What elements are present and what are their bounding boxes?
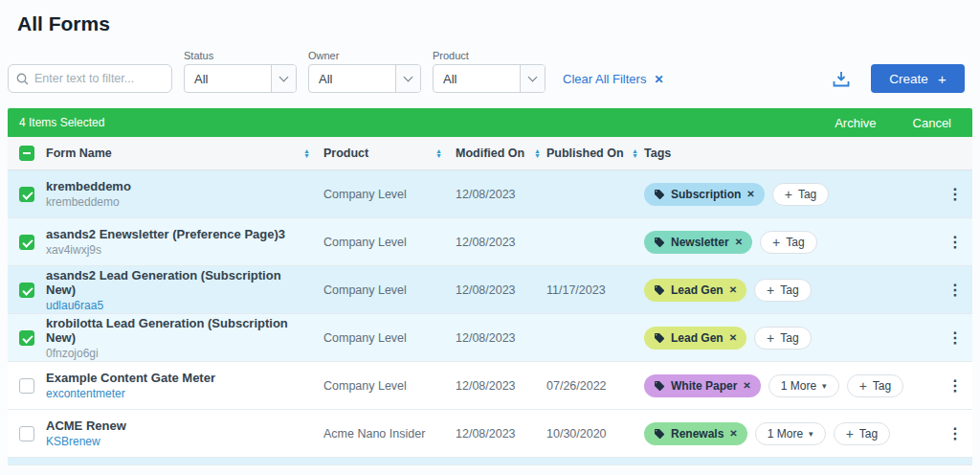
column-header-tags: Tags bbox=[644, 147, 938, 160]
page-title: All Forms bbox=[17, 11, 980, 36]
product-cell: Company Level bbox=[323, 283, 456, 297]
add-tag-button[interactable]: +Tag bbox=[754, 279, 812, 302]
row-checkbox[interactable] bbox=[19, 330, 34, 346]
status-filter-label: Status bbox=[184, 50, 297, 61]
row-menu-button[interactable]: ⋮ bbox=[947, 233, 963, 251]
plus-icon: + bbox=[859, 378, 867, 394]
tag-icon bbox=[654, 189, 665, 200]
chevron-down-icon bbox=[271, 65, 296, 92]
form-subtext[interactable]: excontentmeter bbox=[46, 387, 215, 400]
form-subtext: krembeddemo bbox=[46, 195, 131, 209]
tag-remove-icon[interactable]: ✕ bbox=[735, 237, 743, 247]
plus-icon: + bbox=[767, 330, 774, 346]
row-menu-button[interactable]: ⋮ bbox=[947, 424, 963, 442]
modified-on-cell: 12/08/2023 bbox=[456, 331, 546, 345]
sort-icon[interactable]: ▲▼ bbox=[435, 148, 442, 158]
tag-remove-icon[interactable]: ✕ bbox=[729, 428, 737, 439]
column-header-modified-on[interactable]: Modified On ▲▼ bbox=[456, 147, 546, 160]
tag-label: Newsletter bbox=[671, 236, 729, 249]
table-row[interactable]: krobilotta Lead Generation (Subscription… bbox=[8, 314, 972, 362]
add-tag-button[interactable]: +Tag bbox=[834, 422, 891, 445]
search-input[interactable] bbox=[34, 72, 164, 85]
tag-remove-icon[interactable]: ✕ bbox=[743, 380, 750, 391]
add-tag-label: Tag bbox=[780, 331, 798, 345]
status-filter-dropdown[interactable]: All bbox=[184, 64, 297, 93]
table-row[interactable]: ACME RenewKSBrenewAcme Nano Insider12/08… bbox=[8, 410, 972, 458]
row-checkbox[interactable] bbox=[19, 426, 34, 441]
product-cell: Company Level bbox=[323, 379, 456, 393]
form-subtext[interactable]: KSBrenew bbox=[46, 435, 126, 448]
add-tag-button[interactable]: +Tag bbox=[847, 374, 904, 397]
form-subtext[interactable]: udlau6raa5 bbox=[46, 299, 310, 312]
more-tags-label: 1 More bbox=[781, 379, 816, 393]
form-name: asands2 Lead Generation (Subscription Ne… bbox=[46, 268, 310, 297]
form-name: krembeddemo bbox=[46, 179, 131, 193]
tag-pill: Lead Gen✕ bbox=[644, 327, 746, 350]
status-filter-value: All bbox=[185, 72, 271, 86]
more-tags-button[interactable]: 1 More▾ bbox=[755, 422, 826, 445]
table-row[interactable]: krembeddemokrembeddemoCompany Level12/08… bbox=[8, 170, 972, 218]
selection-count-label: 4 Items Selected bbox=[8, 116, 104, 129]
search-icon bbox=[16, 73, 29, 85]
create-button-label: Create bbox=[889, 72, 928, 86]
tag-icon bbox=[654, 428, 665, 440]
column-header-form-name[interactable]: Form Name ▲▼ bbox=[46, 147, 323, 160]
close-icon[interactable]: ✕ bbox=[654, 73, 663, 86]
table-row[interactable]: asands2 Lead Generation (Subscription Ne… bbox=[8, 266, 972, 314]
product-cell: Company Level bbox=[323, 188, 456, 201]
tag-remove-icon[interactable]: ✕ bbox=[746, 189, 754, 199]
product-cell: Acme Nano Insider bbox=[323, 427, 456, 441]
clear-all-filters-label: Clear All Filters bbox=[563, 72, 646, 86]
download-button[interactable] bbox=[833, 71, 850, 87]
product-filter-label: Product bbox=[433, 50, 546, 61]
table-row[interactable]: asands2 Enewsletter (Preference Page)3xa… bbox=[8, 218, 972, 266]
create-button[interactable]: Create + bbox=[871, 64, 965, 93]
row-checkbox[interactable] bbox=[19, 235, 34, 250]
more-tags-button[interactable]: 1 More▾ bbox=[768, 374, 839, 397]
table-row[interactable]: Example Content Gate Meterexcontentmeter… bbox=[8, 362, 972, 410]
product-filter-dropdown[interactable]: All bbox=[433, 64, 546, 93]
chevron-down-icon bbox=[395, 65, 420, 92]
select-all-checkbox[interactable] bbox=[19, 146, 34, 161]
search-box[interactable] bbox=[8, 64, 172, 93]
tag-remove-icon[interactable]: ✕ bbox=[729, 284, 737, 295]
tag-pill: Renewals✕ bbox=[644, 422, 747, 445]
row-menu-button[interactable]: ⋮ bbox=[947, 185, 963, 203]
sort-icon[interactable]: ▲▼ bbox=[303, 148, 310, 158]
chevron-down-icon: ▾ bbox=[809, 429, 813, 439]
row-checkbox[interactable] bbox=[19, 187, 34, 202]
add-tag-label: Tag bbox=[780, 283, 798, 297]
tags-cell: Renewals✕1 More▾+Tag bbox=[644, 422, 938, 445]
plus-icon: + bbox=[767, 283, 774, 298]
tag-pill: White Paper✕ bbox=[644, 374, 761, 397]
plus-icon: + bbox=[938, 71, 947, 87]
column-header-product[interactable]: Product ▲▼ bbox=[323, 147, 456, 160]
sort-icon[interactable]: ▲▼ bbox=[632, 148, 638, 158]
add-tag-label: Tag bbox=[859, 427, 878, 441]
owner-filter-dropdown[interactable]: All bbox=[308, 64, 421, 93]
clear-all-filters-link[interactable]: Clear All Filters ✕ bbox=[563, 72, 663, 86]
form-name: krobilotta Lead Generation (Subscription… bbox=[46, 316, 310, 345]
row-menu-button[interactable]: ⋮ bbox=[947, 281, 963, 299]
add-tag-button[interactable]: +Tag bbox=[754, 327, 812, 350]
cancel-button[interactable]: Cancel bbox=[913, 116, 951, 130]
table-header: Form Name ▲▼ Product ▲▼ Modified On ▲▼ P… bbox=[8, 137, 972, 170]
tag-pill: Lead Gen✕ bbox=[644, 279, 746, 302]
row-checkbox[interactable] bbox=[19, 283, 34, 298]
column-header-published-on[interactable]: Published On ▲▼ bbox=[546, 147, 644, 160]
archive-button[interactable]: Archive bbox=[835, 116, 876, 130]
modified-on-cell: 12/08/2023 bbox=[456, 283, 546, 297]
plus-icon: + bbox=[785, 187, 792, 202]
sort-icon[interactable]: ▲▼ bbox=[534, 148, 541, 158]
tag-icon bbox=[654, 284, 665, 296]
add-tag-button[interactable]: +Tag bbox=[760, 231, 817, 254]
row-menu-button[interactable]: ⋮ bbox=[947, 376, 963, 395]
more-tags-label: 1 More bbox=[768, 427, 803, 441]
form-name: Example Content Gate Meter bbox=[46, 371, 215, 385]
tag-remove-icon[interactable]: ✕ bbox=[729, 332, 737, 343]
add-tag-button[interactable]: +Tag bbox=[772, 183, 830, 206]
row-checkbox[interactable] bbox=[19, 378, 34, 394]
product-cell: Company Level bbox=[323, 236, 456, 249]
row-menu-button[interactable]: ⋮ bbox=[947, 328, 963, 347]
owner-filter-value: All bbox=[309, 72, 395, 86]
